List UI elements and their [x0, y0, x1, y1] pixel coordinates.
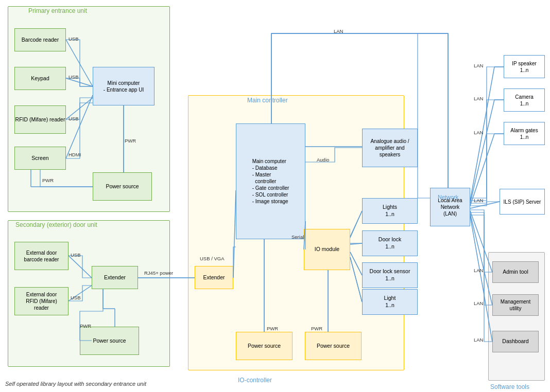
- serial-label: Serial: [291, 234, 304, 240]
- power-source-main2-box: Power source: [305, 332, 362, 360]
- pwr2-label: PWR: [42, 177, 54, 183]
- ext-door-barcode-box: External doorbarcode reader: [14, 242, 68, 270]
- lan-alarm-label: LAN: [474, 130, 483, 135]
- door-lock-sensor-box: Door lock sensor1..n: [362, 262, 418, 288]
- main-controller-label: Main controller: [247, 97, 288, 104]
- rj45-label: RJ45+ power: [144, 270, 173, 276]
- lan-ils-label: LAN: [474, 198, 483, 203]
- keypad-box: Keypad: [14, 67, 66, 90]
- admin-tool-box: Admin tool: [492, 261, 539, 283]
- door-lock-box: Door lock1..n: [362, 230, 418, 256]
- alarm-gates-box: Alarm gates1..n: [504, 122, 545, 145]
- lan-dashboard-label: LAN: [474, 337, 483, 343]
- camera-box: Camera1..n: [504, 88, 545, 112]
- rfid-reader-box: RFID (Mifare) reader: [14, 105, 66, 134]
- pwr-main1-label: PWR: [267, 326, 278, 331]
- network-label: Network: [438, 194, 458, 200]
- power-source-main1-box: Power source: [236, 332, 293, 360]
- hdmi-label: HDMI: [68, 152, 81, 157]
- power-source-primary-box: Power source: [93, 172, 152, 201]
- lights2-box: Light1..n: [362, 289, 418, 315]
- pwr1-label: PWR: [125, 138, 136, 144]
- management-utility-box: Managementutility: [492, 294, 539, 316]
- lan-camera-label: LAN: [474, 96, 483, 101]
- usb-vga-label: USB / VGA: [200, 256, 225, 261]
- lights1-box: Lights1..n: [362, 198, 418, 224]
- usb2-label: USB: [68, 74, 79, 80]
- lan-mgmt-label: LAN: [474, 300, 483, 306]
- svg-line-28: [470, 100, 494, 203]
- usb1-label: USB: [68, 36, 79, 42]
- barcode-reader-box: Barcode reader: [14, 28, 66, 51]
- main-computer-box: Main computer- Database- Master controll…: [236, 123, 305, 239]
- pwr3-label: PWR: [80, 323, 91, 329]
- primary-entrance-label: Primary entrance unit: [28, 7, 87, 14]
- io-controller-label: IO-controller: [238, 377, 272, 384]
- screen-box: Screen: [14, 147, 66, 170]
- secondary-door-label: Secondary (exterior) door unit: [15, 221, 97, 228]
- power-source-secondary-box: Power source: [80, 327, 139, 355]
- lan-admin-label: LAN: [474, 268, 483, 273]
- audio-label: Audio: [317, 157, 329, 163]
- ip-speaker-box: IP speaker1..n: [504, 55, 545, 78]
- footer-text: Self operated library layout with second…: [5, 381, 146, 387]
- extender-secondary-box: Extender: [92, 266, 138, 289]
- ils-server-box: ILS (SIP) Server: [500, 189, 545, 215]
- usb5-label: USB: [71, 295, 81, 300]
- usb3-label: USB: [68, 116, 79, 121]
- lan-top-label: LAN: [334, 28, 343, 34]
- lan-speaker-label: LAN: [474, 63, 483, 68]
- svg-line-30: [470, 134, 494, 206]
- mini-computer-box: Mini computer- Entrance app UI: [93, 67, 154, 105]
- io-module-box: IO module: [304, 229, 350, 270]
- usb4-label: USB: [71, 252, 81, 258]
- software-tools-label: Software tools: [490, 383, 529, 390]
- analogue-audio-box: Analogue audio /amplifier andspeakers: [362, 129, 418, 167]
- extender-main-box: Extender: [195, 266, 233, 289]
- ext-door-rfid-box: External doorRFID (Mifare)reader: [14, 287, 68, 315]
- dashboard-box: Dashboard: [492, 331, 539, 352]
- pwr-main2-label: PWR: [311, 326, 322, 331]
